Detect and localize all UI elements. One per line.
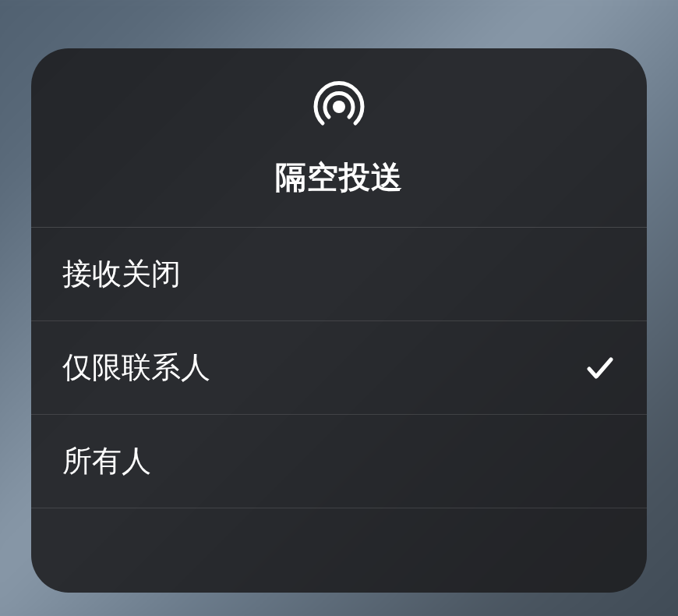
option-everyone[interactable]: 所有人 [31,415,647,508]
option-label: 所有人 [62,441,151,481]
airdrop-icon [312,80,366,134]
airdrop-settings-panel: 隔空投送 接收关闭 仅限联系人 所有人 [31,48,647,593]
svg-point-0 [333,101,345,113]
option-list: 接收关闭 仅限联系人 所有人 [31,228,647,508]
checkmark-icon [584,352,616,384]
panel-title: 隔空投送 [275,156,403,199]
option-label: 仅限联系人 [62,348,210,388]
panel-header: 隔空投送 [31,48,647,228]
option-receiving-off[interactable]: 接收关闭 [31,228,647,321]
option-label: 接收关闭 [62,254,181,294]
option-contacts-only[interactable]: 仅限联系人 [31,321,647,415]
